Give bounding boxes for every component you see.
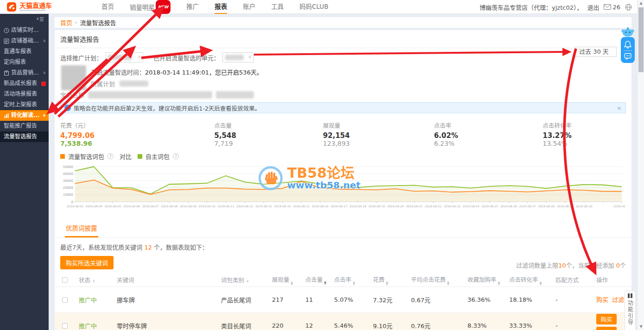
svg-text:50000: 50000 [63, 165, 73, 169]
unit-select[interactable]: ∨ [222, 52, 254, 62]
sidebar-item[interactable]: 转化解读...∧ [0, 110, 49, 121]
box-icon [4, 70, 9, 76]
sidebar-item[interactable]: 店铺基础...∧ [0, 36, 49, 46]
sidebar-item[interactable]: 流量智选报告 [0, 131, 49, 142]
svg-text:2019-08-16: 2019-08-16 [312, 205, 328, 208]
filter-button[interactable]: 过滤 [596, 327, 617, 330]
sidebar-item[interactable]: 定向报表 [0, 57, 49, 68]
svg-text:2019-08-07: 2019-08-07 [142, 205, 159, 208]
buy-selected-keywords-button[interactable]: 购买所选关键词 [60, 256, 114, 269]
cell-cvr: 33.33% [506, 322, 553, 329]
svg-text:2019-08-14: 2019-08-14 [274, 205, 291, 208]
column-header[interactable]: 词包类别∨ [218, 275, 269, 284]
sidebar-item[interactable]: 定时上架报表 [0, 100, 49, 110]
column-header[interactable]: 点击转化率▲▼ [506, 275, 553, 285]
nav-item[interactable]: 报表 [215, 0, 227, 14]
cell-cvr: 18.18% [506, 296, 553, 303]
app-logo[interactable]: 天猫直通车 [6, 2, 76, 12]
breadcrumb-home[interactable]: 首页 [60, 18, 72, 27]
chevron-down-icon: ∨ [92, 279, 95, 283]
cell-ctr: 5.07% [331, 296, 370, 303]
mail-icon[interactable]: 26 [604, 4, 620, 11]
scroll-down-arrow-icon[interactable]: ▼ [638, 324, 644, 330]
chart-icon [4, 113, 9, 118]
logo-subtext [19, 10, 45, 11]
open-time-label: 开启流量智选时间： [91, 69, 145, 76]
column-header[interactable]: 花费▲▼ [370, 275, 408, 285]
svg-text:20000: 20000 [63, 186, 73, 190]
help-icon[interactable]: ? [107, 153, 114, 159]
scrollbar-thumb[interactable] [638, 7, 644, 72]
nav-item[interactable]: 工具 [271, 0, 284, 14]
mail-count: 26 [612, 4, 620, 11]
top-bar: 天猫直通车 首页销量明星NEW推广报表账户工具妈妈CLUB 博幽羡车品专营店（代… [0, 0, 644, 14]
kpi-value-compare: 123,893 [323, 140, 434, 147]
date-range-select[interactable]: 过去 30 天 [575, 47, 617, 57]
sidebar-collapse-button[interactable] [0, 14, 49, 25]
row-checkbox[interactable] [62, 297, 68, 303]
logout-link[interactable]: 退出 [587, 3, 599, 12]
column-header[interactable]: 点击率▲▼ [331, 275, 370, 285]
topbar-account-area: 博幽羡车品专营店（代理：yjztc02）， 退出 26 [480, 0, 632, 14]
sort-icon: ▲▼ [498, 280, 500, 285]
line-chart-canvas: 010000200003000040000500002019-08-032019… [59, 163, 625, 216]
mascot-icon[interactable] [621, 27, 635, 37]
help-icon[interactable]: ? [173, 153, 179, 159]
note-limit: 10 [558, 262, 566, 269]
svg-text:2019-08-06: 2019-08-06 [123, 205, 140, 208]
column-header: 匹配方式 [553, 275, 593, 284]
kpi-value-primary: 92,154 [323, 132, 434, 140]
column-header[interactable]: 平均点击花费▲▼ [408, 275, 465, 285]
nav-item[interactable]: 账户 [243, 0, 255, 14]
chat-icon[interactable] [624, 53, 631, 60]
nav-item[interactable]: 首页 [101, 0, 114, 14]
table-row: 推广中零时停车牌类目长尾词220125.46%9.10元0.76元8.33%33… [55, 313, 631, 330]
column-header[interactable]: 点击量▲▼ [303, 275, 331, 285]
plan-select[interactable]: ∨ [105, 52, 143, 62]
legend-label-smart: 流量智选词包 [68, 152, 104, 161]
sidebar-item-label: 定时上架报表 [4, 100, 46, 110]
tab-quality-words[interactable]: 优质词披露 [65, 223, 98, 237]
blurred-plan-name [120, 81, 148, 87]
close-icon[interactable]: × [617, 105, 622, 112]
sidebar-item[interactable]: 直通车报表 [0, 46, 49, 57]
scroll-up-arrow-icon[interactable]: ▲ [638, 0, 644, 6]
column-header[interactable]: 展现量▲▼ [269, 275, 303, 285]
cell-status: 推广中 [76, 321, 114, 330]
page-scrollbar[interactable]: ▲ ▼ [637, 0, 644, 330]
kpi-column: 展现量92,154123,893 [323, 121, 434, 147]
column-header[interactable]: 收藏加购率▲▼ [465, 275, 506, 285]
kpi-value-primary: 6.02% [434, 132, 543, 140]
nav-item[interactable]: 妈妈CLUB [299, 0, 328, 14]
svg-text:30000: 30000 [63, 179, 73, 183]
filter-link[interactable]: 过滤 [612, 296, 624, 303]
column-header[interactable]: 状态∨ [76, 275, 114, 284]
cell-match: - [553, 322, 593, 329]
row-checkbox[interactable] [62, 323, 68, 329]
cell-cost: 7.32元 [370, 295, 408, 304]
globe-icon[interactable] [625, 4, 632, 11]
envelope-icon [604, 4, 611, 10]
svg-text:2019-08-08: 2019-08-08 [161, 205, 177, 208]
cell-impressions: 217 [269, 296, 303, 303]
kpi-label: 点击量 [214, 121, 323, 130]
breadcrumb: 首页 › 流量智选报告 [55, 17, 631, 28]
svg-text:2019-08-10: 2019-08-10 [199, 205, 215, 208]
sidebar-item[interactable]: 店铺实时... [0, 25, 49, 36]
buy-link[interactable]: 购买 [596, 296, 608, 303]
cell-clicks: 12 [303, 322, 331, 329]
select-all-checkbox[interactable] [62, 277, 68, 283]
sidebar-item-label: 转化解读... [11, 110, 41, 121]
chevron-down-icon: ∨ [248, 54, 252, 59]
nav-item[interactable]: 销量明星NEW [130, 0, 170, 14]
sidebar-item[interactable]: 新品成长报表 [0, 78, 49, 89]
bell-icon[interactable] [624, 40, 631, 49]
sidebar-item[interactable]: 活动场景报表 [0, 89, 49, 100]
buy-button[interactable]: 购买 [596, 314, 617, 324]
sidebar-item[interactable]: 智能推广报告 [0, 121, 49, 131]
feature-guide-tab[interactable]: 功能引导 [625, 291, 636, 330]
kpi-value-compare: 7,719 [214, 140, 323, 147]
sidebar-item[interactable]: 货品营销...∧ [0, 68, 49, 78]
nav-item[interactable]: 推广 [186, 0, 199, 14]
svg-text:10000: 10000 [63, 193, 73, 197]
